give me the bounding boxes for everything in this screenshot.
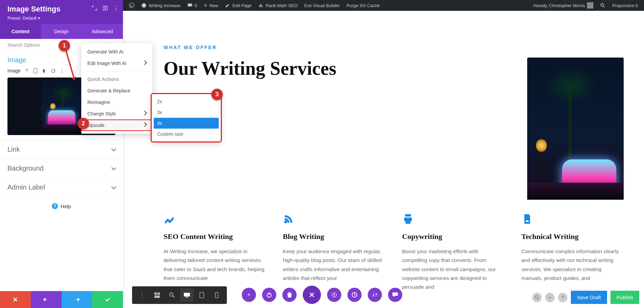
ai-context-menu: Generate With AI Edit Image With AI Quic… (81, 43, 152, 134)
chip-gear-icon[interactable] (545, 293, 555, 302)
menu-edit-ai[interactable]: Edit Image With AI (81, 58, 152, 69)
help-icon[interactable]: ? (24, 68, 29, 73)
acc-background[interactable]: Background (0, 159, 123, 178)
save-draft-button[interactable]: Save Draft (571, 291, 607, 304)
callout-arrow (64, 50, 78, 84)
propovoice-link[interactable]: Propovoice 0 (609, 0, 641, 11)
sort-orb[interactable] (368, 288, 382, 302)
purge-cache-link[interactable]: Purge SG Cache (343, 0, 383, 11)
panel-footer (0, 291, 123, 308)
comments-link[interactable]: 0 (184, 0, 200, 11)
publish-bar: ? Save Draft Publish (532, 291, 639, 304)
chip-help-icon[interactable]: ? (558, 293, 567, 302)
howdy-user[interactable]: Howdy, Christopher Morris (530, 0, 597, 11)
builder-orbs: + (242, 286, 402, 304)
svg-rect-13 (200, 292, 204, 298)
field-more-icon[interactable]: ⋮ (59, 68, 65, 73)
power-orb[interactable] (262, 288, 276, 302)
tab-content[interactable]: Content (0, 24, 41, 39)
help-badge-icon: ? (52, 203, 58, 209)
svg-rect-4 (106, 6, 107, 10)
desktop-icon[interactable] (180, 288, 194, 302)
search-icon[interactable] (597, 0, 609, 11)
svg-point-10 (170, 293, 173, 296)
exit-builder-link[interactable]: Exit Visual Builder (301, 0, 343, 11)
avatar (587, 2, 593, 8)
service-title: Copywriting (402, 232, 505, 241)
service-title: Technical Writing (521, 232, 624, 241)
mobile-icon[interactable] (33, 68, 38, 73)
image-thumbnail (41, 79, 82, 133)
responsive-toolbar: ⋮ (132, 286, 227, 304)
hero-image[interactable] (527, 58, 624, 200)
upscale-custom[interactable]: Custom size (154, 129, 219, 139)
redo-button[interactable] (62, 291, 92, 308)
panel-preset[interactable]: Preset: Default ▾ (7, 16, 115, 21)
service-copy: Copywriting Boost your marketing efforts… (402, 213, 505, 292)
svg-point-6 (284, 220, 287, 223)
menu-reimagine[interactable]: Reimagine (81, 96, 152, 108)
callout-1: 1 (59, 40, 70, 51)
menu-quick-header: Quick Actions (81, 73, 152, 85)
menu-change-style[interactable]: Change Style (81, 108, 152, 119)
phone-icon[interactable] (210, 288, 223, 302)
more-icon[interactable]: ⋮ (113, 5, 120, 12)
tablet-icon[interactable] (195, 288, 209, 302)
wireframe-icon[interactable] (150, 288, 164, 302)
close-orb[interactable] (303, 286, 321, 304)
trash-orb[interactable] (282, 288, 297, 302)
page-title: Our Writing Services (164, 58, 336, 79)
svg-rect-14 (215, 292, 218, 298)
upscale-submenu: 2x 3x 4x Custom size (152, 94, 221, 141)
service-title: SEO Content Writing (164, 232, 266, 241)
site-name[interactable]: Writing Increase (138, 0, 184, 11)
rankmath-link[interactable]: Rank Math SEO (255, 0, 301, 11)
columns-icon[interactable] (102, 5, 109, 12)
chevron-down-icon (111, 146, 116, 151)
service-seo: SEO Content Writing At Writing Increase,… (164, 213, 266, 292)
publish-button[interactable]: Publish (610, 291, 639, 304)
svg-rect-8 (157, 292, 160, 295)
help-link[interactable]: ?Help (0, 197, 123, 215)
toolbar-more-icon[interactable]: ⋮ (135, 288, 149, 302)
zoom-icon[interactable] (165, 288, 179, 302)
tab-design[interactable]: Design (41, 24, 82, 39)
expand-icon[interactable] (91, 5, 98, 12)
menu-upscale[interactable]: Upscale (81, 119, 152, 131)
menu-gen-replace[interactable]: Generate & Replace (81, 85, 152, 96)
history-orb[interactable] (347, 288, 362, 302)
service-body: At Writing Increase, we specialize in de… (164, 247, 266, 283)
cursor-icon[interactable] (42, 68, 47, 73)
document-icon (521, 213, 533, 225)
settings-orb[interactable] (327, 288, 341, 302)
chip-search-icon[interactable] (532, 293, 542, 302)
upscale-2x[interactable]: 2x (154, 96, 219, 107)
undo-button[interactable] (31, 291, 62, 308)
svg-rect-12 (186, 297, 188, 298)
chevron-right-icon (142, 60, 147, 65)
menu-generate-ai[interactable]: Generate With AI (81, 46, 152, 58)
close-button[interactable] (0, 291, 31, 308)
new-link[interactable]: +New (200, 0, 222, 11)
chevron-down-icon (111, 165, 116, 170)
blog-icon (283, 213, 294, 225)
svg-point-1 (142, 3, 146, 8)
chevron-right-icon (142, 111, 147, 115)
callout-2: 2 (78, 118, 89, 129)
service-body: Boost your marketing efforts with compel… (402, 247, 505, 292)
upscale-3x[interactable]: 3x (154, 107, 219, 118)
accordion: Link Background Admin Label (0, 140, 123, 197)
wp-logo[interactable] (126, 0, 138, 11)
save-button[interactable] (92, 291, 123, 308)
svg-point-19 (549, 297, 551, 298)
tab-advanced[interactable]: Advanced (82, 24, 123, 39)
wp-admin-bar: Writing Increase 0 +New Edit Page Rank M… (123, 0, 644, 11)
acc-admin-label[interactable]: Admin Label (0, 178, 123, 197)
acc-link[interactable]: Link (0, 140, 123, 159)
upscale-4x[interactable]: 4x (154, 118, 219, 129)
chat-orb[interactable] (388, 288, 402, 302)
svg-rect-7 (154, 292, 157, 295)
edit-page-link[interactable]: Edit Page (221, 0, 255, 11)
add-orb[interactable]: + (242, 288, 256, 302)
reset-icon[interactable] (50, 68, 56, 73)
